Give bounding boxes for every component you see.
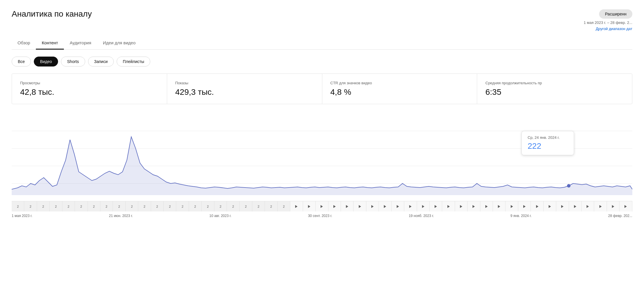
play-icon — [359, 205, 361, 208]
timeline-item: 2 — [202, 201, 214, 211]
timeline-item — [354, 201, 366, 211]
play-icon — [371, 205, 374, 208]
timeline-item: 2 — [50, 201, 62, 211]
timeline-item: 2 — [240, 201, 252, 211]
timeline-item — [556, 201, 569, 211]
timeline-item — [569, 201, 582, 211]
play-icon — [435, 205, 437, 208]
filter-records[interactable]: Записи — [88, 57, 114, 66]
metric-ctr: CTR для значков видео 4,8 % — [322, 74, 477, 104]
tab-content[interactable]: Контент — [36, 37, 64, 50]
metric-duration-value: 6:35 — [485, 88, 624, 97]
metric-views-label: Просмотры — [20, 81, 159, 85]
date-range: 1 мая 2023 г. – 28 февр. 2... — [584, 20, 632, 25]
play-icon — [422, 205, 424, 208]
play-icon — [599, 205, 602, 208]
svg-point-4 — [567, 184, 570, 188]
timeline-item: 2 — [37, 201, 50, 211]
x-label-0: 1 мая 2023 г. — [12, 214, 32, 218]
play-icon — [612, 205, 614, 208]
play-icon — [397, 205, 399, 208]
date-link[interactable]: Другой диапазон дат — [596, 27, 632, 31]
metric-duration: Средняя продолжительность пр 6:35 — [477, 74, 632, 104]
timeline-item: 2 — [62, 201, 75, 211]
play-icon — [346, 205, 348, 208]
timeline-item: 2 — [265, 201, 277, 211]
tooltip-date: Ср, 24 янв. 2024 г. — [528, 135, 568, 140]
timeline-item: 2 — [24, 201, 37, 211]
timeline-item — [531, 201, 543, 211]
timeline-bar: 2222222222222222222222 — [12, 201, 632, 211]
timeline-item: 2 — [189, 201, 202, 211]
metric-impressions-label: Показы — [175, 81, 314, 85]
x-label-3: 30 сент. 2023 г. — [308, 214, 332, 218]
filter-video[interactable]: Видео — [34, 57, 58, 66]
metric-views-value: 42,8 тыс. — [20, 88, 159, 97]
play-icon — [473, 205, 475, 208]
play-icon — [333, 205, 336, 208]
play-icon — [523, 205, 526, 208]
timeline-item: 2 — [227, 201, 239, 211]
timeline-item — [505, 201, 518, 211]
timeline-item: 2 — [252, 201, 265, 211]
timeline-item — [607, 201, 620, 211]
timeline-item — [430, 201, 442, 211]
tab-ideas[interactable]: Идеи для видео — [97, 37, 141, 50]
play-icon — [587, 205, 589, 208]
timeline-item: 2 — [100, 201, 113, 211]
play-icon — [549, 205, 551, 208]
play-icon — [485, 205, 488, 208]
x-axis: 1 мая 2023 г. 21 июн. 2023 г. 10 авг. 20… — [12, 211, 632, 218]
play-icon — [308, 205, 310, 208]
timeline-item — [316, 201, 328, 211]
timeline-item: 2 — [164, 201, 176, 211]
play-icon — [561, 205, 564, 208]
metric-duration-label: Средняя продолжительность пр — [485, 81, 624, 85]
x-label-2: 10 авг. 2023 г. — [209, 214, 232, 218]
metric-impressions-value: 429,3 тыс. — [175, 88, 314, 97]
timeline-item — [417, 201, 430, 211]
tab-audience[interactable]: Аудитория — [64, 37, 97, 50]
metric-ctr-label: CTR для значков видео — [330, 81, 469, 85]
advanced-button[interactable]: Расширенн — [599, 9, 632, 19]
chart-area: Ср, 24 янв. 2024 г. 222 2222222222222222… — [12, 113, 632, 218]
chart-tooltip: Ср, 24 янв. 2024 г. 222 — [522, 131, 574, 155]
play-icon — [384, 205, 386, 208]
page-title: Аналитика по каналу — [12, 9, 92, 19]
play-icon — [624, 205, 627, 208]
timeline-item: 2 — [12, 201, 24, 211]
timeline-item — [290, 201, 303, 211]
timeline-item — [493, 201, 505, 211]
filter-all[interactable]: Все — [12, 57, 31, 66]
tooltip-value: 222 — [528, 141, 568, 151]
timeline-item — [468, 201, 480, 211]
timeline-item: 2 — [176, 201, 189, 211]
tab-overview[interactable]: Обзор — [12, 37, 36, 50]
timeline-item: 2 — [151, 201, 164, 211]
timeline-item — [442, 201, 455, 211]
timeline-item — [404, 201, 417, 211]
timeline-item — [341, 201, 354, 211]
timeline-item — [455, 201, 468, 211]
timeline-item — [582, 201, 594, 211]
timeline-item: 2 — [126, 201, 138, 211]
timeline-item: 2 — [214, 201, 227, 211]
play-icon — [447, 205, 450, 208]
chart-svg — [12, 113, 632, 201]
x-label-5: 9 янв. 2024 г. — [510, 214, 531, 218]
filter-playlists[interactable]: Плейлисты — [117, 57, 150, 66]
play-icon — [321, 205, 323, 208]
timeline-item: 2 — [88, 201, 100, 211]
x-label-6: 28 февр. 202... — [608, 214, 632, 218]
play-icon — [511, 205, 513, 208]
play-icon — [536, 205, 538, 208]
timeline-item — [303, 201, 316, 211]
timeline-item — [392, 201, 404, 211]
filter-shorts[interactable]: Shorts — [61, 57, 85, 66]
play-icon — [295, 205, 298, 208]
timeline-item — [620, 201, 632, 211]
timeline-item — [379, 201, 391, 211]
timeline-item: 2 — [113, 201, 125, 211]
play-icon — [574, 205, 576, 208]
timeline-item — [328, 201, 341, 211]
